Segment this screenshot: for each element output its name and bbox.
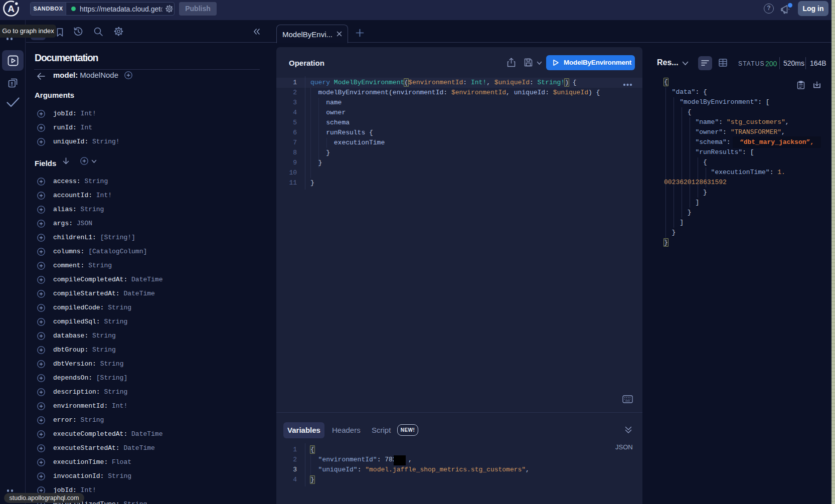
svg-text:A: A	[8, 4, 15, 14]
